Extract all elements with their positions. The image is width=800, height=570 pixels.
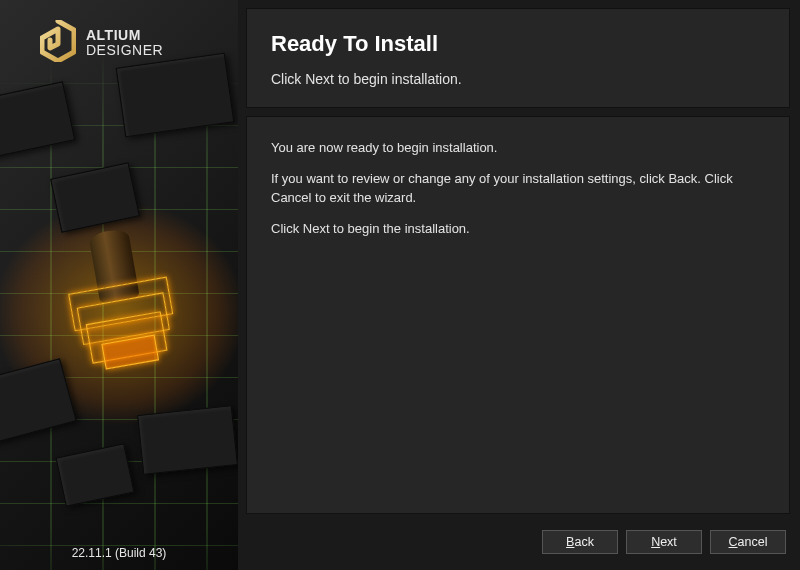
back-button[interactable]: Back: [542, 530, 618, 554]
main-content: Ready To Install Click Next to begin ins…: [238, 0, 800, 570]
next-button-rest: ext: [660, 535, 677, 549]
decorative-chip: [137, 405, 238, 475]
next-button[interactable]: Next: [626, 530, 702, 554]
brand-name-line2: DESIGNER: [86, 43, 163, 58]
cancel-button-mnemonic: C: [729, 535, 738, 549]
altium-logo-icon: [40, 20, 76, 66]
next-button-mnemonic: N: [651, 535, 660, 549]
sidebar-graphic: ALTIUM DESIGNER 22.11.1 (Build 43): [0, 0, 238, 570]
body-text-3: Click Next to begin the installation.: [271, 220, 765, 239]
decorative-glow-component: [59, 222, 182, 377]
cancel-button[interactable]: Cancel: [710, 530, 786, 554]
header-panel: Ready To Install Click Next to begin ins…: [246, 8, 790, 108]
version-label: 22.11.1 (Build 43): [0, 546, 238, 560]
cancel-button-rest: ancel: [738, 535, 768, 549]
decorative-chip: [0, 358, 77, 447]
body-panel: You are now ready to begin installation.…: [246, 116, 790, 514]
body-text-2: If you want to review or change any of y…: [271, 170, 765, 208]
back-button-rest: ack: [574, 535, 593, 549]
brand-logo: ALTIUM DESIGNER: [40, 20, 163, 66]
brand-name-line1: ALTIUM: [86, 28, 163, 43]
page-title: Ready To Install: [271, 31, 765, 57]
decorative-chip: [50, 162, 140, 232]
page-subtitle: Click Next to begin installation.: [271, 71, 765, 87]
decorative-chip: [56, 443, 135, 506]
wizard-button-row: Back Next Cancel: [246, 522, 790, 562]
body-text-1: You are now ready to begin installation.: [271, 139, 765, 158]
decorative-chip: [0, 81, 75, 158]
back-button-mnemonic: B: [566, 535, 574, 549]
